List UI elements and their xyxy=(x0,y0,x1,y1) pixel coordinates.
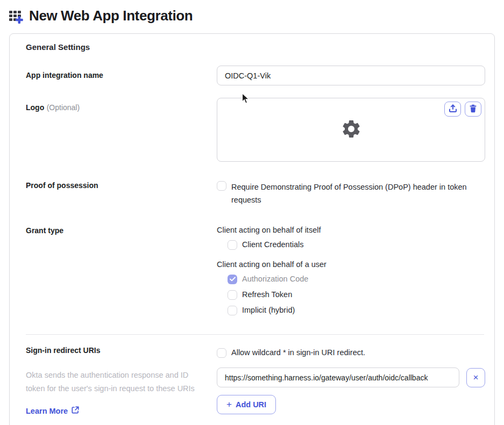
learn-more-label: Learn More xyxy=(26,407,68,415)
settings-card: General Settings App integration name Lo… xyxy=(9,33,495,425)
section-divider xyxy=(26,334,484,335)
section-heading: General Settings xyxy=(17,42,485,52)
signin-redirect-description: Okta sends the authentication response a… xyxy=(26,369,203,395)
redirect-uri-input[interactable] xyxy=(217,368,459,387)
dpop-checkbox-label: Require Demonstrating Proof of Possessio… xyxy=(231,181,479,206)
wildcard-checkbox[interactable] xyxy=(217,348,226,358)
grant-group-self-options: Client Credentials xyxy=(217,238,485,251)
client-credentials-checkbox[interactable] xyxy=(228,240,237,250)
logo-optional-label: (Optional) xyxy=(47,103,80,112)
authorization-code-label: Authorization Code xyxy=(242,272,308,285)
refresh-token-checkbox[interactable] xyxy=(228,290,237,300)
external-link-icon xyxy=(72,406,79,415)
app-name-row: App integration name xyxy=(17,66,485,85)
delete-logo-button[interactable] xyxy=(465,102,481,117)
close-icon: × xyxy=(473,373,479,382)
authorization-code-checkbox[interactable] xyxy=(228,275,237,284)
add-uri-button[interactable]: + Add URI xyxy=(217,395,276,414)
signin-redirect-row: Sign-in redirect URIs Okta sends the aut… xyxy=(17,346,485,416)
signin-redirect-label: Sign-in redirect URIs xyxy=(26,346,217,355)
proof-of-possession-label: Proof of possession xyxy=(26,181,98,190)
logo-dropzone[interactable] xyxy=(217,98,485,162)
grant-group-self-heading: Client acting on behalf of itself xyxy=(217,226,485,234)
wildcard-checkbox-label: Allow wildcard * in sign-in URI redirect… xyxy=(231,346,365,359)
dpop-checkbox[interactable] xyxy=(217,181,226,191)
grant-group-user-options: Authorization Code Refresh Token Implici… xyxy=(217,272,485,316)
logo-row: Logo (Optional) xyxy=(17,98,485,162)
add-uri-label: Add URI xyxy=(236,400,266,409)
implicit-hybrid-checkbox[interactable] xyxy=(228,306,237,315)
grant-group-user-heading: Client acting on behalf of a user xyxy=(217,260,485,269)
upload-icon xyxy=(449,104,457,114)
page-header: New Web App Integration xyxy=(0,0,504,24)
uri-line: × xyxy=(217,368,485,387)
client-credentials-label: Client Credentials xyxy=(242,238,303,251)
app-name-label: App integration name xyxy=(26,71,103,80)
trash-icon xyxy=(469,104,477,114)
page-title: New Web App Integration xyxy=(29,8,193,24)
implicit-hybrid-label: Implicit (hybrid) xyxy=(242,304,295,316)
app-name-input[interactable] xyxy=(217,66,485,85)
grant-type-row: Grant type Client acting on behalf of it… xyxy=(17,226,485,316)
grid-plus-icon xyxy=(8,8,24,24)
learn-more-link[interactable]: Learn More xyxy=(26,406,79,415)
proof-of-possession-row: Proof of possession Require Demonstratin… xyxy=(17,181,485,206)
plus-icon: + xyxy=(226,399,232,410)
logo-label: Logo xyxy=(26,103,44,112)
gear-icon xyxy=(340,118,362,142)
refresh-token-label: Refresh Token xyxy=(242,288,292,301)
upload-logo-button[interactable] xyxy=(444,102,461,117)
logo-actions xyxy=(444,102,481,117)
grant-type-label: Grant type xyxy=(26,226,63,235)
remove-uri-button[interactable]: × xyxy=(466,368,485,387)
